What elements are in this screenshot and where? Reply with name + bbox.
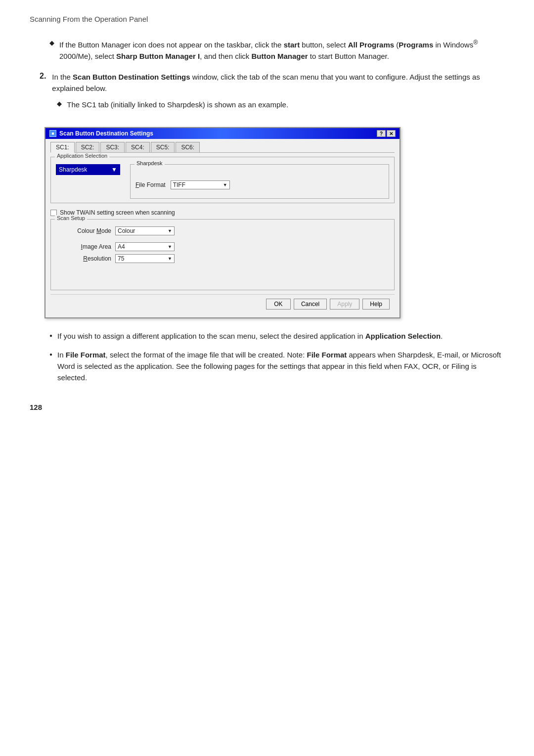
tab-sc2[interactable]: SC2: <box>76 142 100 152</box>
file-format-arrow: ▼ <box>223 182 227 187</box>
help-title-btn[interactable]: ? <box>377 130 386 137</box>
file-format-row: File Format TIFF ▼ <box>135 180 384 189</box>
tab-bar: SC1: SC2: SC3: SC4: SC5: SC6: <box>50 142 395 153</box>
resolution-select[interactable]: 75 ▼ <box>115 254 175 263</box>
image-area-select[interactable]: A4 ▼ <box>115 242 175 251</box>
image-area-value: A4 <box>118 243 125 250</box>
resolution-value: 75 <box>118 255 124 262</box>
diamond-icon-2: ◆ <box>57 100 62 107</box>
bottom-bullet-text-2: In File Format, select the format of the… <box>57 349 504 384</box>
colour-mode-arrow: ▼ <box>168 228 172 233</box>
image-area-label: Image Area <box>56 243 115 250</box>
sharpdesk-section: Sharpdesk File Format TIFF ▼ <box>130 164 389 199</box>
app-selection-group: Application Selection Sharpdesk ▼ Sharpd… <box>50 157 395 203</box>
app-dropdown-arrow: ▼ <box>111 166 117 173</box>
sharpdesk-section-label: Sharpdesk <box>134 160 165 166</box>
dialog-wrapper: ■ Scan Button Destination Settings ? ✕ S… <box>44 127 504 318</box>
close-title-btn[interactable]: ✕ <box>387 130 396 137</box>
dialog-title: Scan Button Destination Settings <box>59 130 153 137</box>
header-title: Scanning From the Operation Panel <box>30 15 148 23</box>
page-header: Scanning From the Operation Panel <box>30 15 504 23</box>
colour-mode-row: Colour Mode Colour ▼ <box>56 226 389 235</box>
app-selection-row: Sharpdesk ▼ Sharpdesk File Format <box>56 160 389 199</box>
titlebar-left: ■ Scan Button Destination Settings <box>49 130 153 137</box>
app-selection-label: Application Selection <box>55 153 109 159</box>
scan-button-dialog: ■ Scan Button Destination Settings ? ✕ S… <box>44 127 400 318</box>
sharpdesk-section-border: Sharpdesk File Format TIFF ▼ <box>130 164 389 199</box>
titlebar-buttons[interactable]: ? ✕ <box>377 130 396 137</box>
tab-sc6[interactable]: SC6: <box>176 142 200 152</box>
step-2: 2. In the Scan Button Destination Settin… <box>40 71 504 116</box>
tab-sc4[interactable]: SC4: <box>126 142 150 152</box>
twain-row: Show TWAIN setting screen when scanning <box>50 207 395 218</box>
bullet-text-1: If the Button Manager icon does not appe… <box>59 38 504 62</box>
resolution-label: Resolution <box>56 255 115 262</box>
cancel-button[interactable]: Cancel <box>294 299 327 310</box>
bullet-item-1: ◆ If the Button Manager icon does not ap… <box>49 38 504 62</box>
colour-mode-select[interactable]: Colour ▼ <box>115 226 175 235</box>
bottom-bullets: ● If you wish to assign a different appl… <box>49 330 504 383</box>
step2-text: In the Scan Button Destination Settings … <box>52 73 480 92</box>
app-dropdown[interactable]: Sharpdesk ▼ <box>56 164 120 175</box>
dialog-app-icon: ■ <box>49 130 56 137</box>
tab-sc1[interactable]: SC1: <box>50 142 75 153</box>
image-area-arrow: ▼ <box>168 244 172 249</box>
circle-icon-2: ● <box>49 352 52 357</box>
ok-button[interactable]: OK <box>266 299 291 310</box>
bottom-bullet-text-1: If you wish to assign a different applic… <box>57 330 443 342</box>
tab-sc3[interactable]: SC3: <box>100 142 125 152</box>
apply-button[interactable]: Apply <box>330 299 359 310</box>
step-number-2: 2. <box>40 72 46 81</box>
colour-mode-label: Colour Mode <box>56 227 115 234</box>
resolution-arrow: ▼ <box>168 256 172 261</box>
help-button[interactable]: Help <box>362 299 390 310</box>
bullet-text-2: The SC1 tab (initially linked to Sharpde… <box>67 99 288 110</box>
resolution-row: Resolution 75 ▼ <box>56 254 389 263</box>
bottom-bullet-1: ● If you wish to assign a different appl… <box>49 330 504 342</box>
file-format-select[interactable]: TIFF ▼ <box>171 180 230 189</box>
dialog-footer: OK Cancel Apply Help <box>50 294 395 312</box>
colour-mode-value: Colour <box>118 227 135 234</box>
dialog-titlebar: ■ Scan Button Destination Settings ? ✕ <box>45 128 400 139</box>
page-number: 128 <box>30 403 504 411</box>
bottom-bullet-2: ● In File Format, select the format of t… <box>49 349 504 384</box>
dialog-body: SC1: SC2: SC3: SC4: SC5: SC6: Applicatio… <box>45 139 400 317</box>
file-format-label: File Format <box>135 181 166 188</box>
file-format-value: TIFF <box>173 181 185 188</box>
scan-setup-group: Scan Setup Colour Mode Colour ▼ <box>50 219 395 290</box>
image-area-row: Image Area A4 ▼ <box>56 242 389 251</box>
scan-setup-label: Scan Setup <box>55 215 87 221</box>
circle-icon-1: ● <box>49 333 52 338</box>
app-dropdown-value: Sharpdesk <box>59 166 87 173</box>
diamond-icon-1: ◆ <box>49 39 54 46</box>
bullet-item-2: ◆ The SC1 tab (initially linked to Sharp… <box>57 99 504 110</box>
tab-sc5[interactable]: SC5: <box>151 142 175 152</box>
